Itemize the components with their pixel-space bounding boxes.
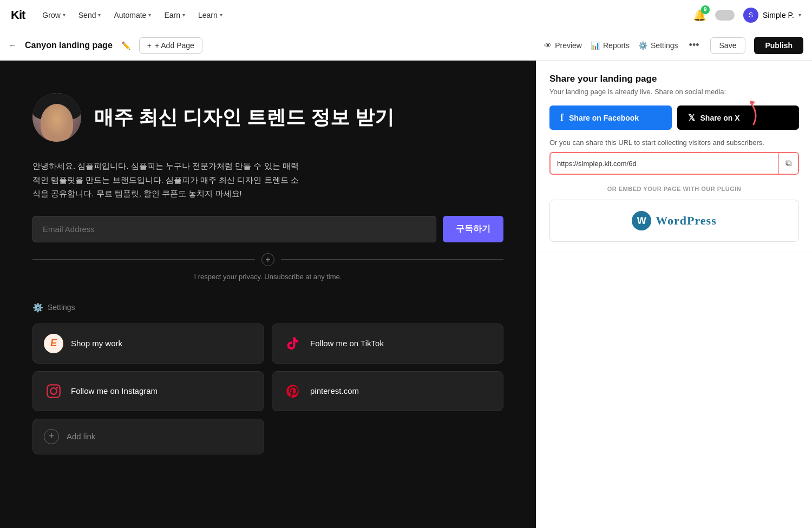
wp-circle-icon: W [632, 211, 651, 230]
add-page-button[interactable]: + + Add Page [139, 37, 202, 54]
link-label: Shop my work [71, 339, 122, 348]
link-card-tiktok[interactable]: Follow me on TikTok [272, 324, 503, 364]
chevron-down-icon: ▾ [63, 12, 66, 18]
avatar: S [743, 8, 758, 23]
editor-header: ← Canyon landing page ✏️ + + Add Page 👁 … [0, 30, 812, 61]
nav-right: 🔔 9 S Simple P. ▾ [693, 8, 801, 23]
page-settings-row[interactable]: ⚙️ Settings [32, 302, 503, 313]
share-x-button[interactable]: 𝕏 Share on X [677, 105, 800, 130]
email-input[interactable] [32, 216, 436, 242]
nav-send[interactable]: Send ▾ [74, 9, 106, 22]
nav-automate[interactable]: Automate ▾ [109, 9, 155, 22]
subscribe-button[interactable]: 구독하기 [443, 216, 503, 242]
add-link-label: Add link [67, 432, 95, 441]
svg-point-2 [56, 386, 58, 388]
chevron-down-icon: ▾ [220, 12, 222, 18]
nav-grow[interactable]: Grow ▾ [38, 9, 69, 22]
chevron-down-icon: ▾ [148, 12, 151, 18]
nav-earn[interactable]: Earn ▾ [160, 9, 189, 22]
save-button[interactable]: Save [710, 37, 746, 54]
right-panel: Share your landing page Your landing pag… [536, 61, 812, 528]
settings-button[interactable]: ⚙️ Settings [638, 41, 678, 50]
nav-items: Grow ▾ Send ▾ Automate ▾ Earn ▾ Learn ▾ [38, 9, 226, 22]
user-menu[interactable]: S Simple P. ▾ [743, 8, 801, 23]
publish-button[interactable]: Publish [754, 37, 803, 54]
more-options-button[interactable]: ••• [687, 39, 702, 51]
share-url-text: Or you can share this URL to start colle… [549, 138, 799, 147]
link-label: Follow me on Instagram [71, 386, 158, 395]
landing-title: 매주 최신 디자인 트렌드 정보 받기 [94, 105, 394, 130]
divider-right [281, 259, 503, 260]
svg-rect-0 [47, 385, 60, 397]
instagram-icon [44, 381, 63, 401]
nav-learn[interactable]: Learn ▾ [194, 9, 227, 22]
embed-label: OR EMBED YOUR PAGE WITH OUR PLUGIN [549, 186, 799, 192]
notification-count: 9 [701, 5, 710, 14]
link-label: Follow me on TikTok [310, 339, 384, 348]
chevron-down-icon: ▾ [182, 12, 185, 18]
plus-icon: + [44, 429, 59, 444]
kit-logo: Kit [11, 8, 25, 22]
tiktok-icon [283, 334, 303, 353]
avatar [32, 93, 81, 142]
x-icon: 𝕏 [688, 113, 695, 123]
pinterest-icon [283, 381, 303, 401]
profile-row: 매주 최신 디자인 트렌드 정보 받기 [32, 93, 503, 142]
page-title: Canyon landing page [25, 41, 113, 50]
share-popup: Share your landing page Your landing pag… [536, 61, 812, 253]
copy-url-button[interactable]: ⧉ [778, 153, 798, 174]
link-card-etsy[interactable]: E Shop my work [32, 324, 264, 364]
plus-icon: + [261, 253, 274, 266]
etsy-icon: E [44, 334, 63, 353]
share-subtitle: Your landing page is already live. Share… [549, 88, 799, 96]
chart-icon: 📊 [591, 41, 600, 50]
top-nav: Kit Grow ▾ Send ▾ Automate ▾ Earn ▾ Lear… [0, 0, 812, 30]
sliders-icon: ⚙️ [638, 41, 647, 50]
main-area: 매주 최신 디자인 트렌드 정보 받기 안녕하세요. 심플피입니다. 심플피는 … [0, 61, 812, 528]
wordpress-embed-box[interactable]: W WordPress [549, 200, 799, 242]
url-input[interactable] [551, 154, 778, 173]
notification-bell[interactable]: 🔔 9 [693, 9, 706, 22]
wordpress-logo: W WordPress [632, 211, 716, 230]
editor-actions: 👁 Preview 📊 Reports ⚙️ Settings ••• Save… [544, 37, 803, 54]
subscribe-form: 구독하기 [32, 216, 503, 242]
back-arrow-icon: ← [9, 41, 16, 50]
facebook-icon: f [560, 112, 564, 123]
link-card-instagram[interactable]: Follow me on Instagram [32, 371, 264, 411]
reports-button[interactable]: 📊 Reports [591, 41, 630, 50]
divider-row: + [32, 253, 503, 266]
eye-icon: 👁 [544, 41, 552, 50]
link-label: pinterest.com [310, 386, 359, 395]
add-link-card[interactable]: + Add link [32, 419, 264, 454]
theme-toggle[interactable] [715, 10, 735, 21]
share-facebook-button[interactable]: f Share on Facebook [549, 105, 672, 130]
back-button[interactable]: ← [9, 41, 16, 50]
edit-icon[interactable]: ✏️ [121, 41, 130, 50]
plus-icon: + [147, 41, 152, 50]
share-title: Share your landing page [549, 74, 799, 84]
url-row: ⧉ [549, 152, 799, 175]
chevron-down-icon: ▾ [798, 12, 801, 18]
share-buttons: f Share on Facebook 𝕏 Share on X [549, 105, 799, 130]
preview-button[interactable]: 👁 Preview [544, 41, 582, 50]
landing-description: 안녕하세요. 심플피입니다. 심플피는 누구나 전문가처럼 만들 수 있는 매력… [32, 159, 303, 201]
divider-left [32, 259, 255, 260]
gear-icon: ⚙️ [32, 302, 43, 313]
link-card-pinterest[interactable]: pinterest.com [272, 371, 503, 411]
landing-page-preview: 매주 최신 디자인 트렌드 정보 받기 안녕하세요. 심플피입니다. 심플피는 … [0, 61, 536, 528]
svg-point-1 [50, 388, 57, 394]
chevron-down-icon: ▾ [98, 12, 101, 18]
privacy-text: I respect your privacy. Unsubscribe at a… [32, 273, 503, 281]
links-grid: E Shop my work Follow me on TikTok [32, 324, 503, 454]
wordpress-text: WordPress [656, 214, 716, 228]
copy-icon: ⧉ [785, 159, 791, 168]
